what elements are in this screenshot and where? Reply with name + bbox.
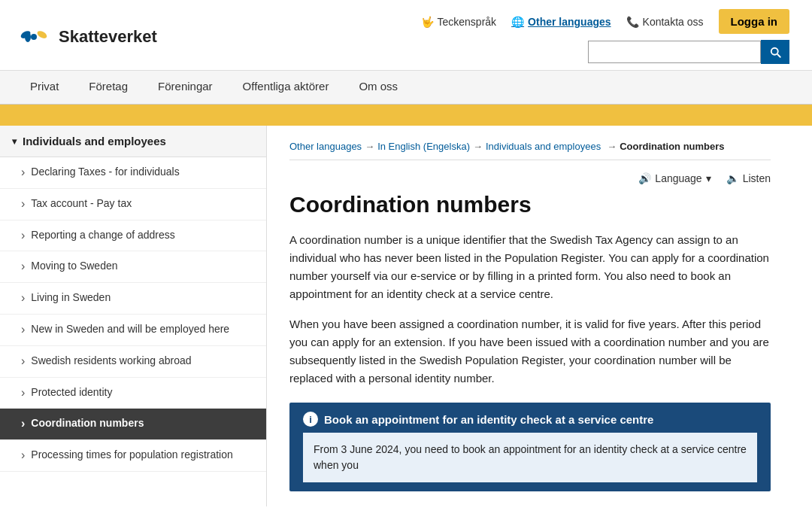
login-button[interactable]: Logga in — [719, 9, 790, 34]
content-paragraph-1: A coordination number is a unique identi… — [289, 231, 771, 303]
sidebar-header-label: Individuals and employees — [23, 135, 166, 147]
sidebar-item-living-in-sweden[interactable]: Living in Sweden — [0, 283, 266, 315]
breadcrumb-individuals[interactable]: Individuals and employees — [486, 141, 601, 152]
sidebar-header[interactable]: ▾ Individuals and employees — [0, 126, 266, 157]
nav-offentliga[interactable]: Offentliga aktörer — [228, 71, 344, 104]
breadcrumb-arrow-2: → — [473, 141, 483, 152]
search-icon — [768, 45, 782, 59]
nav-bar: Privat Företag Föreningar Offentliga akt… — [0, 71, 812, 105]
sidebar-item-tax-account[interactable]: Tax account - Pay tax — [0, 189, 266, 220]
sidebar-item-processing-times[interactable]: Processing times for population registra… — [0, 440, 266, 472]
page-title: Coordination numbers — [289, 192, 771, 217]
nav-om-oss[interactable]: Om oss — [344, 71, 413, 104]
nav-foreningar[interactable]: Föreningar — [143, 71, 228, 104]
search-row — [588, 40, 789, 64]
yellow-bar — [0, 105, 812, 126]
actions-row: 🔊 Language ▾ 🔈 Listen — [289, 172, 771, 184]
listen-icon: 🔈 — [726, 172, 739, 184]
language-icon: 🔊 — [638, 172, 651, 184]
info-box-header: i Book an appointment for an identity ch… — [303, 412, 757, 427]
chevron-down-icon: ▾ — [706, 172, 711, 184]
sidebar: ▾ Individuals and employees Declaring Ta… — [0, 126, 267, 506]
sidebar-item-coordination-numbers[interactable]: Coordination numbers — [0, 409, 266, 440]
nav-privat[interactable]: Privat — [15, 71, 74, 104]
breadcrumb-arrow-1: → — [365, 141, 374, 152]
search-button[interactable] — [761, 40, 789, 64]
sign-language-link[interactable]: 🤟 Teckenspråk — [421, 16, 497, 28]
search-input[interactable] — [588, 41, 761, 63]
header-links: 🤟 Teckenspråk 🌐 Other languages 📞 Kontak… — [421, 9, 790, 34]
sidebar-item-reporting-change[interactable]: Reporting a change of address — [0, 220, 266, 252]
breadcrumb-current: Coordination numbers — [620, 141, 724, 152]
hands-icon: 🤟 — [421, 16, 434, 28]
info-box: i Book an appointment for an identity ch… — [289, 403, 771, 491]
sidebar-item-moving-to-sweden[interactable]: Moving to Sweden — [0, 251, 266, 283]
sidebar-item-swedish-residents[interactable]: Swedish residents working abroad — [0, 346, 266, 378]
language-button[interactable]: 🔊 Language ▾ — [638, 172, 710, 184]
breadcrumb-arrow-3: → — [607, 141, 617, 152]
header-right: 🤟 Teckenspråk 🌐 Other languages 📞 Kontak… — [421, 9, 790, 64]
globe-icon: 🌐 — [511, 16, 524, 28]
svg-point-3 — [31, 34, 37, 40]
sidebar-item-protected-identity[interactable]: Protected identity — [0, 378, 266, 409]
main-content: Other languages → In English (Engelska) … — [267, 126, 793, 506]
phone-icon: 📞 — [626, 16, 639, 28]
content-paragraph-2: When you have been assigned a coordinati… — [289, 315, 771, 388]
sidebar-item-new-in-sweden[interactable]: New in Sweden and will be employed here — [0, 315, 266, 346]
info-box-body: From 3 June 2024, you need to book an ap… — [303, 433, 757, 482]
contact-link[interactable]: 📞 Kontakta oss — [626, 16, 704, 28]
other-languages-link[interactable]: 🌐 Other languages — [511, 16, 611, 28]
sidebar-item-declaring-taxes[interactable]: Declaring Taxes - for individuals — [0, 157, 266, 189]
main-container: ▾ Individuals and employees Declaring Ta… — [0, 126, 812, 506]
logo-area[interactable]: Skatteverket — [15, 18, 157, 56]
breadcrumb-other-languages[interactable]: Other languages — [289, 141, 362, 152]
logo-icon — [15, 18, 53, 56]
nav-foretag[interactable]: Företag — [74, 71, 143, 104]
site-header: Skatteverket 🤟 Teckenspråk 🌐 Other langu… — [0, 0, 812, 71]
listen-button[interactable]: 🔈 Listen — [726, 172, 771, 184]
logo-text: Skatteverket — [59, 27, 157, 47]
svg-point-1 — [36, 29, 48, 40]
breadcrumb: Other languages → In English (Engelska) … — [289, 141, 771, 160]
breadcrumb-in-english[interactable]: In English (Engelska) — [377, 141, 470, 152]
svg-point-2 — [25, 32, 31, 42]
sidebar-collapse-arrow: ▾ — [12, 136, 17, 147]
info-icon: i — [303, 412, 318, 427]
